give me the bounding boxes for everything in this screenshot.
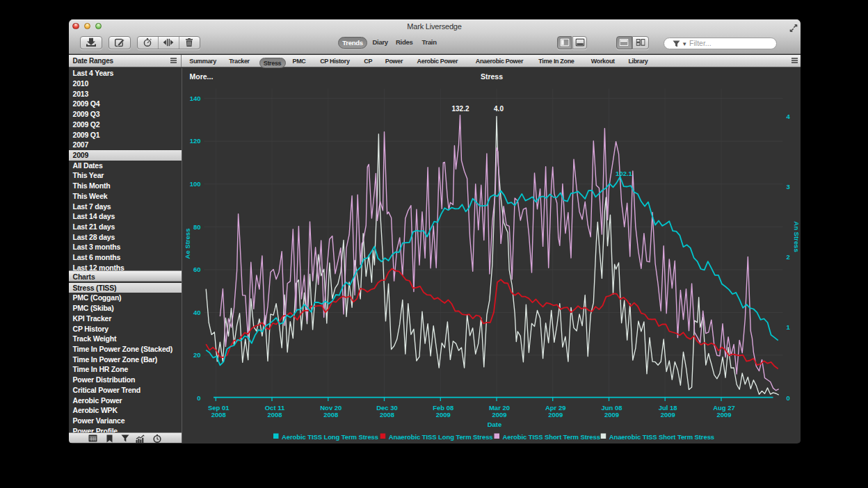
svg-text:60: 60 (193, 266, 201, 273)
svg-text:100: 100 (190, 179, 201, 187)
svg-text:40: 40 (193, 308, 201, 316)
svg-text:140: 140 (190, 94, 201, 101)
svg-text:132.2: 132.2 (451, 104, 469, 112)
svg-text:Anaerobic TISS Long Term Stres: Anaerobic TISS Long Term Stress (389, 433, 493, 441)
svg-text:2008: 2008 (323, 411, 338, 418)
svg-text:102.1: 102.1 (616, 169, 632, 177)
svg-text:2009: 2009 (661, 411, 675, 418)
svg-text:4.0: 4.0 (494, 104, 504, 112)
svg-text:80: 80 (193, 222, 201, 230)
svg-text:2: 2 (787, 253, 790, 261)
svg-text:2009: 2009 (604, 411, 619, 418)
svg-text:Stress: Stress (481, 72, 503, 81)
svg-text:2008: 2008 (211, 411, 226, 418)
svg-text:2008: 2008 (267, 411, 282, 418)
svg-text:20: 20 (193, 351, 201, 359)
svg-text:0: 0 (787, 393, 790, 401)
svg-text:3: 3 (787, 182, 790, 190)
svg-text:Aerobic TISS Short Term Stress: Aerobic TISS Short Term Stress (503, 433, 600, 441)
svg-text:2009: 2009 (436, 411, 451, 418)
svg-text:2009: 2009 (716, 411, 731, 418)
svg-text:2008: 2008 (380, 411, 394, 418)
svg-text:0: 0 (197, 393, 200, 401)
svg-text:Aerobic TISS Long Term Stress: Aerobic TISS Long Term Stress (282, 433, 378, 441)
svg-text:More...: More... (190, 72, 214, 81)
svg-text:4: 4 (787, 112, 791, 120)
svg-text:Date: Date (488, 421, 502, 428)
svg-text:1: 1 (787, 323, 791, 331)
svg-text:2009: 2009 (492, 411, 506, 418)
svg-text:120: 120 (190, 137, 201, 145)
svg-text:Anaerobic TISS Short Term Stre: Anaerobic TISS Short Term Stress (609, 433, 714, 441)
svg-text:Ae Stress: Ae Stress (184, 228, 191, 259)
svg-text:An Stress: An Stress (793, 221, 801, 252)
svg-text:2009: 2009 (548, 411, 563, 418)
